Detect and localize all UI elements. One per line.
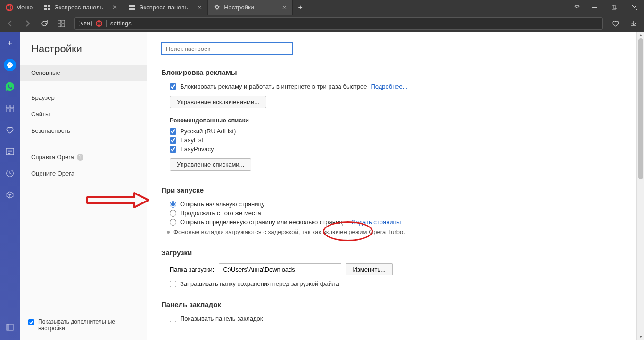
news-rail-icon[interactable] — [4, 146, 16, 158]
bookmarks-rail-icon[interactable] — [4, 124, 16, 136]
vpn-badge[interactable]: VPN — [79, 21, 92, 26]
sidebar-toggle-icon[interactable] — [4, 321, 16, 333]
startup-radio[interactable] — [170, 201, 176, 208]
startup-opt3-row[interactable]: Открыть определенную страницу или нескол… — [170, 219, 630, 226]
svg-point-1 — [8, 5, 11, 10]
speeddial-icon — [44, 4, 50, 11]
show-bookmarks-row[interactable]: Показывать панель закладок — [170, 315, 630, 322]
list-checkbox[interactable] — [170, 146, 176, 153]
close-icon[interactable]: ✕ — [281, 4, 288, 11]
minimize-button[interactable] — [585, 0, 604, 15]
reload-button[interactable] — [38, 17, 51, 30]
tab-label: Настройки — [224, 4, 254, 11]
svg-rect-7 — [132, 5, 135, 7]
tab-strip: Экспресс-панель ✕ Экспресс-панель ✕ Наст… — [38, 0, 570, 15]
svg-rect-4 — [44, 8, 47, 10]
list-row-ru[interactable]: Русский (RU AdList) — [170, 128, 630, 135]
scroll-up-icon[interactable]: ▴ — [637, 32, 644, 38]
bullet-icon — [167, 231, 170, 234]
menu-button[interactable]: Меню — [0, 0, 38, 15]
block-ads-checkbox[interactable] — [170, 83, 176, 90]
show-advanced-checkbox[interactable]: Показывать дополнительные настройки — [28, 318, 138, 332]
tab-label: Экспресс-панель — [139, 4, 188, 11]
tab-settings[interactable]: Настройки ✕ — [208, 0, 293, 15]
ask-folder-label: Запрашивать папку сохранения перед загру… — [180, 280, 339, 287]
help-label: Справка Opera — [31, 154, 74, 161]
scroll-thumb[interactable] — [638, 38, 643, 179]
svg-rect-8 — [129, 8, 132, 10]
opera-page-icon — [96, 20, 102, 27]
forward-button[interactable] — [21, 17, 34, 30]
tab-menu-icon[interactable] — [570, 0, 585, 15]
sidebar-item-basic[interactable]: Основные — [20, 65, 147, 81]
list-label: EasyPrivacy — [180, 146, 214, 153]
menu-label: Меню — [16, 4, 33, 11]
maximize-button[interactable] — [604, 0, 624, 15]
download-icon[interactable] — [627, 17, 640, 30]
startup-opt3-label: Открыть определенную страницу или нескол… — [180, 219, 343, 226]
history-rail-icon[interactable] — [4, 167, 16, 179]
svg-rect-10 — [612, 6, 616, 9]
change-folder-button[interactable]: Изменить... — [346, 263, 392, 275]
content-scrollbar[interactable]: ▴ ▾ — [636, 32, 644, 340]
svg-rect-5 — [48, 8, 50, 10]
startup-radio[interactable] — [170, 210, 176, 217]
show-advanced-input[interactable] — [28, 319, 34, 325]
add-sidebar-icon[interactable]: + — [4, 37, 16, 49]
download-folder-input[interactable] — [219, 263, 341, 275]
tab-speeddial-2[interactable]: Экспресс-панель ✕ — [123, 0, 208, 15]
exceptions-button[interactable]: Управление исключениями... — [170, 96, 266, 108]
scroll-down-icon[interactable]: ▾ — [637, 333, 644, 340]
address-bar: VPN settings — [0, 15, 644, 32]
startup-opt2-row[interactable]: Продолжить с того же места — [170, 210, 630, 217]
list-row-easylist[interactable]: EasyList — [170, 137, 630, 144]
new-tab-button[interactable]: + — [293, 0, 308, 15]
ask-folder-checkbox[interactable] — [170, 281, 176, 287]
sidebar-item-help[interactable]: Справка Opera ? — [20, 149, 147, 165]
list-checkbox[interactable] — [170, 137, 176, 144]
startup-opt1-row[interactable]: Открыть начальную страницу — [170, 201, 630, 208]
block-ads-row[interactable]: Блокировать рекламу и работать в интерне… — [170, 83, 630, 90]
svg-rect-19 — [10, 105, 14, 108]
close-window-button[interactable] — [624, 0, 644, 15]
close-icon[interactable]: ✕ — [196, 4, 203, 11]
list-label: EasyList — [180, 137, 203, 144]
list-checkbox[interactable] — [170, 128, 176, 135]
svg-rect-2 — [44, 5, 47, 7]
ask-folder-row[interactable]: Запрашивать папку сохранения перед загру… — [170, 280, 630, 287]
sidebar-item-sites[interactable]: Сайты — [20, 106, 147, 122]
close-icon[interactable]: ✕ — [111, 4, 118, 11]
show-bookmarks-checkbox[interactable] — [170, 316, 176, 322]
gear-icon — [214, 4, 220, 11]
whatsapp-icon[interactable] — [4, 81, 16, 93]
download-folder-row: Папка загрузки: Изменить... — [170, 263, 630, 275]
downloads-heading: Загрузки — [161, 249, 630, 257]
svg-rect-13 — [62, 20, 65, 23]
speeddial-rail-icon[interactable] — [4, 102, 16, 114]
sidebar-item-security[interactable]: Безопасность — [20, 122, 147, 139]
settings-content: Блокировка рекламы Блокировать рекламу и… — [147, 32, 644, 340]
section-startup: При запуске Открыть начальную страницу П… — [161, 186, 630, 235]
bookmark-heart-icon[interactable] — [609, 17, 622, 30]
show-advanced-label: Показывать дополнительные настройки — [38, 318, 138, 332]
sidebar-item-browser[interactable]: Браузер — [20, 89, 147, 106]
startup-radio[interactable] — [170, 219, 176, 226]
back-button[interactable] — [4, 17, 17, 30]
svg-rect-9 — [132, 8, 135, 10]
speeddial-button[interactable] — [55, 17, 68, 30]
list-row-easyprivacy[interactable]: EasyPrivacy — [170, 146, 630, 153]
svg-rect-25 — [7, 324, 9, 330]
manage-lists-button[interactable]: Управление списками... — [170, 158, 251, 171]
set-pages-link[interactable]: Задать страницы — [352, 219, 401, 226]
startup-heading: При запуске — [161, 186, 630, 194]
svg-rect-21 — [10, 109, 14, 112]
adblock-more-link[interactable]: Подробнее... — [371, 83, 407, 90]
url-box[interactable]: VPN settings — [74, 17, 603, 30]
search-input[interactable] — [161, 42, 293, 55]
messenger-icon[interactable] — [4, 59, 16, 71]
section-adblock: Блокировка рекламы Блокировать рекламу и… — [161, 68, 630, 173]
tab-speeddial-1[interactable]: Экспресс-панель ✕ — [38, 0, 123, 15]
section-bookmarks: Панель закладок Показывать панель заклад… — [161, 300, 630, 322]
sidebar-item-rate[interactable]: Оцените Opera — [20, 165, 147, 182]
extensions-rail-icon[interactable] — [4, 189, 16, 201]
